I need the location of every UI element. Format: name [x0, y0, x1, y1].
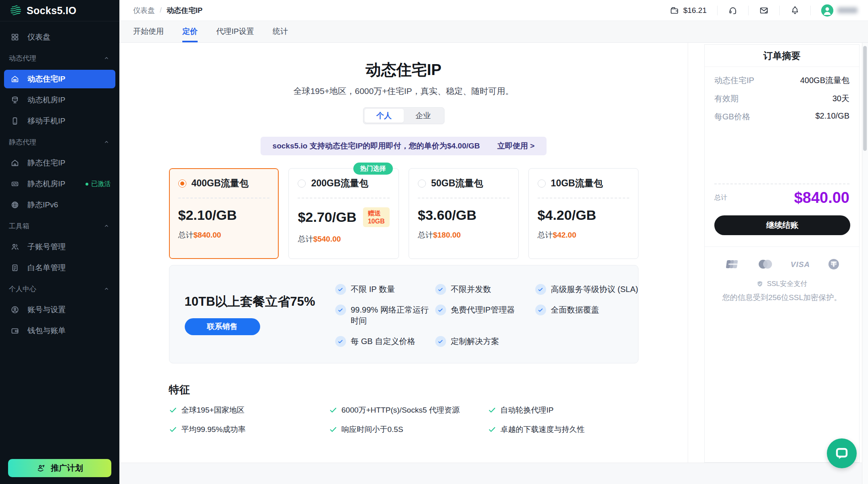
checkout-button[interactable]: 继续结账 — [714, 215, 850, 235]
live-chat-button[interactable] — [827, 438, 857, 468]
breadcrumb-separator: / — [160, 6, 162, 15]
sidebar-section-static-proxy[interactable]: 静态代理 — [4, 133, 115, 151]
sidebar-item-whitelist[interactable]: 白名单管理 — [4, 259, 115, 277]
sidebar-item-static-ipv6[interactable]: 静态IPv6 — [4, 196, 115, 214]
tab-get-started[interactable]: 开始使用 — [133, 21, 164, 42]
sidebar-item-sub-accounts[interactable]: 子账号管理 — [4, 238, 115, 256]
sidebar-item-wallet-billing[interactable]: 钱包与账单 — [4, 321, 115, 340]
chevron-up-icon — [103, 286, 110, 292]
notifications-button[interactable] — [780, 0, 810, 21]
plan-card-50gb[interactable]: 50GB流量包 $3.60/GB 总计$180.00 — [409, 168, 519, 259]
avatar — [821, 4, 833, 17]
sidebar-item-dynamic-residential-ip[interactable]: 动态住宅IP — [4, 70, 115, 88]
chevron-up-icon — [103, 139, 110, 145]
shield-check-icon — [756, 280, 764, 288]
brand-logo[interactable]: Socks5.IO — [0, 0, 119, 21]
check-icon — [435, 284, 446, 295]
tab-pricing[interactable]: 定价 — [182, 21, 198, 42]
divider — [705, 246, 859, 247]
radio-unselected[interactable] — [538, 179, 546, 188]
house-infinity-icon — [10, 75, 19, 83]
wallet-icon — [670, 6, 679, 15]
sidebar-section-toolbox[interactable]: 工具箱 — [4, 217, 115, 235]
ssl-label: SSL安全支付 — [767, 279, 807, 288]
topbar: 仪表盘 / 动态住宅IP $16.21 — [119, 0, 868, 21]
enterprise-feature: 定制解决方案 — [435, 336, 535, 347]
sidebar-item-mobile-ip[interactable]: 移动手机IP — [4, 112, 115, 130]
chevron-up-icon — [103, 55, 110, 61]
plan-card-10gb[interactable]: 10GB流量包 $4.20/GB 总计$42.00 — [528, 168, 638, 259]
audience-toggle: 个人 企业 — [363, 107, 444, 124]
plan-name: 50GB流量包 — [431, 177, 483, 190]
affiliate-program-label: 推广计划 — [51, 463, 83, 474]
brand-name: Socks5.IO — [27, 5, 77, 17]
check-icon — [335, 336, 346, 347]
plan-name: 400GB流量包 — [192, 177, 249, 190]
smartphone-icon — [10, 117, 19, 125]
enterprise-feature: 每 GB 自定义价格 — [335, 336, 435, 347]
sidebar-item-label: 仪表盘 — [27, 32, 50, 42]
footer-strip — [119, 463, 868, 484]
chat-bubble-icon — [834, 445, 850, 461]
sidebar-item-label: 动态住宅IP — [27, 74, 65, 84]
enterprise-feature: 全面数据覆盖 — [535, 305, 640, 315]
svg-text:VISA: VISA — [791, 260, 810, 269]
support-button[interactable] — [718, 0, 748, 21]
breadcrumb: 仪表盘 / 动态住宅IP — [119, 6, 202, 15]
scrollbar-thumb[interactable] — [863, 46, 867, 151]
sidebar-item-dashboard[interactable]: 仪表盘 — [4, 28, 115, 46]
sidebar-section-personal-center[interactable]: 个人中心 — [4, 280, 115, 298]
order-total-label: 总计 — [714, 194, 727, 202]
sidebar-item-static-datacenter-ip[interactable]: 静态机房IP 已激活 — [4, 175, 115, 193]
order-total-row: 总计 $840.00 — [705, 184, 859, 207]
plan-card-200gb[interactable]: 热门选择 200GB流量包 $2.70/GB 赠送 10GB 总计$540.00 — [288, 168, 399, 259]
sidebar: Socks5.IO 仪表盘 动态代理 动态住宅IP — [0, 0, 119, 484]
toggle-enterprise[interactable]: 企业 — [404, 109, 443, 123]
page-title: 动态住宅IP — [119, 60, 688, 80]
enterprise-feature: 99.99% 网络正常运行时间 — [335, 305, 435, 326]
scrollbar-track[interactable] — [862, 43, 868, 484]
server-box-icon — [10, 179, 19, 188]
plan-card-400gb[interactable]: 400GB流量包 $2.10/GB 总计$840.00 — [169, 168, 279, 259]
radio-unselected[interactable] — [418, 179, 426, 188]
check-icon — [329, 426, 337, 434]
plan-total: $840.00 — [194, 231, 221, 239]
feature-item: 响应时间小于0.5S — [329, 424, 488, 435]
sidebar-item-label: 钱包与账单 — [27, 325, 66, 336]
sidebar-section-dynamic-proxy[interactable]: 动态代理 — [4, 49, 115, 67]
document-list-icon — [10, 263, 19, 272]
enterprise-promo: 10TB以上套餐立省75% 联系销售 不限 IP 数量 99.99% 网络正常运… — [169, 265, 638, 363]
sidebar-item-dynamic-datacenter-ip[interactable]: 动态机房IP — [4, 91, 115, 109]
users-icon — [10, 242, 19, 251]
plan-price: $2.10/GB — [178, 207, 237, 223]
messages-button[interactable] — [749, 0, 779, 21]
toggle-personal[interactable]: 个人 — [365, 109, 404, 123]
wallet-balance[interactable]: $16.21 — [659, 0, 717, 21]
divider — [418, 198, 509, 198]
contact-sales-button[interactable]: 联系销售 — [185, 318, 260, 335]
plan-total-label: 总计 — [418, 231, 433, 239]
feature-item: 6000万+HTTP(s)/Socks5 代理资源 — [329, 405, 488, 415]
payg-banner-link[interactable]: 立即使用 > — [497, 142, 534, 150]
account-menu[interactable] — [811, 0, 868, 21]
features-title: 特征 — [169, 383, 638, 397]
radio-selected[interactable] — [178, 179, 186, 188]
check-icon — [435, 305, 446, 315]
sidebar-item-account-settings[interactable]: 账号与设置 — [4, 300, 115, 319]
plan-total: $42.00 — [553, 231, 576, 239]
page-subtitle: 全球195+地区，6000万+住宅IP，真实、稳定、随时可用。 — [119, 86, 688, 97]
visa-icon: VISA — [790, 259, 812, 270]
breadcrumb-dashboard[interactable]: 仪表盘 — [133, 6, 155, 15]
radio-unselected[interactable] — [298, 179, 306, 188]
database-icon — [10, 96, 19, 104]
tab-statistics[interactable]: 统计 — [273, 21, 288, 42]
ssl-note: 您的信息受到256位SSL加密保护。 — [705, 292, 859, 303]
check-icon — [169, 406, 177, 414]
plan-price: $4.20/GB — [538, 207, 597, 223]
divider — [298, 198, 389, 198]
features-grid: 全球195+国家地区 6000万+HTTP(s)/Socks5 代理资源 自动轮… — [169, 405, 638, 435]
affiliate-program-button[interactable]: 推广计划 — [8, 459, 111, 477]
sidebar-item-static-residential-ip[interactable]: 静态住宅IP — [4, 154, 115, 172]
order-row-validity: 有效期 30天 — [714, 93, 849, 104]
tab-proxy-settings[interactable]: 代理IP设置 — [216, 21, 254, 42]
